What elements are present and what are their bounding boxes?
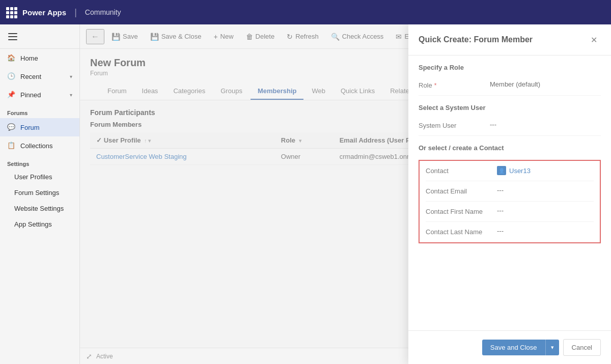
email-icon: ✉ <box>396 33 402 41</box>
role-required-star: * <box>434 82 437 89</box>
product-name: Power Apps <box>22 8 66 17</box>
content-area: ← 💾 Save 💾 Save & Close + New 🗑 Delete ↻… <box>80 24 611 364</box>
sidebar-item-forum[interactable]: 💬 Forum <box>0 118 79 136</box>
system-user-title: Select a System User <box>419 96 601 116</box>
col-user-profile[interactable]: ✓ User Profile ↑ ▾ <box>90 132 275 149</box>
contact-last-name-value[interactable]: --- <box>497 227 594 235</box>
save-close-button[interactable]: 💾 Save & Close <box>145 30 207 44</box>
home-icon: 🏠 <box>7 54 15 62</box>
tab-web[interactable]: Web <box>304 83 332 100</box>
contact-email-label: Contact Email <box>426 186 497 195</box>
contact-first-name-value[interactable]: --- <box>497 207 594 214</box>
collections-icon: 📋 <box>7 142 15 150</box>
sidebar-item-recent[interactable]: 🕒 Recent ▾ <box>0 67 79 86</box>
settings-section-title: Settings <box>0 155 79 169</box>
or-contact-title: Or select / create a Contact <box>419 136 601 156</box>
sidebar-item-collections[interactable]: 📋 Collections <box>0 136 79 155</box>
hamburger-icon <box>8 33 17 40</box>
refresh-icon: ↻ <box>287 33 293 41</box>
delete-icon: 🗑 <box>246 33 253 41</box>
sidebar-item-forum-label: Forum <box>20 124 40 131</box>
sort-user-profile-icon: ↑ ▾ <box>144 138 151 144</box>
cell-user-profile[interactable]: CustomerService Web Staging <box>90 149 275 165</box>
back-button[interactable]: ← <box>86 29 104 44</box>
sidebar-item-app-settings[interactable]: App Settings <box>0 216 79 232</box>
delete-button[interactable]: 🗑 Delete <box>241 30 280 44</box>
tab-quick-links[interactable]: Quick Links <box>334 83 382 100</box>
contact-email-value[interactable]: --- <box>497 186 594 194</box>
forum-icon: 💬 <box>7 123 15 131</box>
role-value[interactable]: Member (default) <box>490 80 601 88</box>
expand-icon[interactable]: ⤢ <box>86 352 92 360</box>
new-label: New <box>220 33 234 40</box>
contact-value[interactable]: 👤 User13 <box>497 166 594 175</box>
recent-expand-icon: ▾ <box>70 74 72 79</box>
save-button[interactable]: 💾 Save <box>106 30 143 44</box>
sidebar-item-home[interactable]: 🏠 Home <box>0 49 79 67</box>
panel-header: Quick Create: Forum Member ✕ <box>408 24 611 55</box>
save-close-icon: 💾 <box>150 33 159 41</box>
new-button[interactable]: + New <box>208 30 238 44</box>
panel-body: Specify a Role Role * Member (default) S… <box>408 55 611 330</box>
role-field-row: Role * Member (default) <box>419 75 601 96</box>
save-and-close-main[interactable]: Save and Close <box>482 340 546 355</box>
role-label: Role * <box>419 80 490 89</box>
tab-categories[interactable]: Categories <box>166 83 212 100</box>
save-close-label: Save & Close <box>161 33 202 40</box>
contact-first-name-field-row: Contact First Name --- <box>426 202 594 222</box>
delete-label: Delete <box>256 33 275 40</box>
tab-groups[interactable]: Groups <box>213 83 249 100</box>
sidebar-item-user-profiles[interactable]: User Profiles <box>0 169 79 185</box>
tab-forum[interactable]: Forum <box>100 83 134 100</box>
pinned-expand-icon: ▾ <box>70 92 72 98</box>
sidebar-item-pinned[interactable]: 📌 Pinned ▾ <box>0 86 79 104</box>
website-settings-label: Website Settings <box>14 205 64 212</box>
user-profiles-label: User Profiles <box>14 173 52 181</box>
system-user-value[interactable]: --- <box>490 121 601 128</box>
forums-section-title: Forums <box>0 104 79 118</box>
sidebar-item-collections-label: Collections <box>20 142 53 150</box>
panel-footer: Save and Close ▾ Cancel <box>408 330 611 364</box>
forum-settings-label: Forum Settings <box>14 189 59 197</box>
sidebar-item-recent-label: Recent <box>20 73 41 80</box>
contact-label: Contact <box>426 166 497 175</box>
contact-last-name-field-row: Contact Last Name --- <box>426 222 594 242</box>
hamburger-button[interactable] <box>0 24 79 49</box>
quick-create-panel: Quick Create: Forum Member ✕ Specify a R… <box>408 24 611 364</box>
col-role[interactable]: Role ▾ <box>275 132 334 149</box>
panel-close-button[interactable]: ✕ <box>587 33 601 47</box>
app-settings-label: App Settings <box>14 220 52 228</box>
refresh-button[interactable]: ↻ Refresh <box>282 30 324 44</box>
sidebar-item-website-settings[interactable]: Website Settings <box>0 201 79 216</box>
sidebar: 🏠 Home 🕒 Recent ▾ 📌 Pinned ▾ Forums 💬 Fo… <box>0 24 80 364</box>
check-access-button[interactable]: 🔍 Check Access <box>326 30 389 44</box>
active-status: Active <box>96 353 113 360</box>
sidebar-item-home-label: Home <box>20 54 38 62</box>
contact-section-box: Contact 👤 User13 Contact Email --- Conta… <box>419 160 601 243</box>
cell-role: Owner <box>275 149 334 165</box>
recent-icon: 🕒 <box>7 72 15 80</box>
cancel-button[interactable]: Cancel <box>563 339 601 356</box>
save-close-dropdown-icon[interactable]: ▾ <box>546 340 559 355</box>
top-bar: Power Apps | Community <box>0 0 611 24</box>
system-user-field-row: System User --- <box>419 116 601 136</box>
apps-icon <box>6 7 16 17</box>
community-label: Community <box>85 8 121 16</box>
save-and-close-button[interactable]: Save and Close ▾ <box>482 340 559 355</box>
panel-title: Quick Create: Forum Member <box>419 35 533 44</box>
contact-email-field-row: Contact Email --- <box>426 181 594 202</box>
sidebar-item-pinned-label: Pinned <box>20 91 41 99</box>
new-icon: + <box>213 33 217 41</box>
sort-role-icon: ▾ <box>299 138 301 144</box>
tab-membership[interactable]: Membership <box>251 83 304 100</box>
contact-icon: 👤 <box>497 166 506 175</box>
specify-role-title: Specify a Role <box>419 55 601 75</box>
tab-ideas[interactable]: Ideas <box>135 83 165 100</box>
sidebar-item-forum-settings[interactable]: Forum Settings <box>0 185 79 201</box>
save-label: Save <box>123 33 138 40</box>
apps-launcher[interactable] <box>6 7 16 17</box>
check-access-icon: 🔍 <box>331 33 340 41</box>
contact-field-row: Contact 👤 User13 <box>426 161 594 181</box>
contact-first-name-label: Contact First Name <box>426 207 497 215</box>
check-access-label: Check Access <box>342 33 384 40</box>
